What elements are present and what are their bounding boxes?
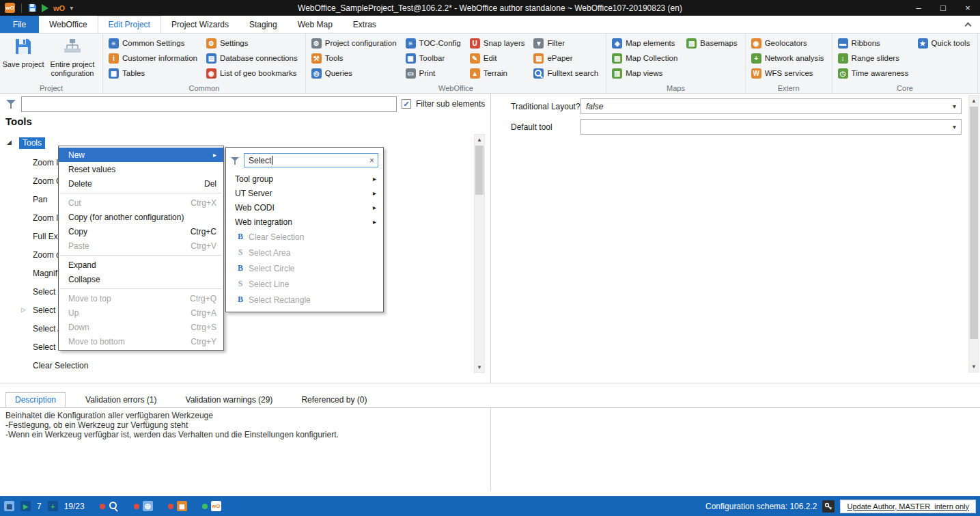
basemaps-button[interactable]: ▧Basemaps (683, 36, 742, 51)
toc-config-button[interactable]: ≡TOC-Config (402, 36, 466, 51)
tab-file[interactable]: File (0, 16, 39, 33)
submenu-item-web-integration[interactable]: Web integration▸ (226, 215, 383, 229)
status-weboffice-service[interactable]: wO (202, 501, 221, 511)
map-elements-button[interactable]: ◈Map elements (608, 36, 683, 51)
tools-button[interactable]: ⚒Tools (308, 51, 402, 66)
tables-button[interactable]: ▦Tables (105, 66, 203, 81)
weboffice-logo-icon[interactable]: wO (5, 3, 15, 13)
status-search-service[interactable] (100, 501, 119, 511)
geolocators-button[interactable]: ◉Geolocators (748, 36, 830, 51)
tab-edit-project[interactable]: Edit Project (98, 16, 161, 33)
time-awareness-button[interactable]: ◷Time awareness (835, 66, 914, 81)
tree-filter-input[interactable] (21, 96, 397, 112)
qat-dropdown-icon[interactable]: ▾ (70, 3, 73, 14)
snap-layers-button[interactable]: USnap layers (466, 36, 531, 51)
menu-item-copy-other-configuration[interactable]: Copy (for another configuration) (59, 210, 223, 224)
fulltext-search-button[interactable]: Fulltext search (530, 66, 604, 81)
tab-staging[interactable]: Staging (239, 16, 288, 33)
map-collection-button[interactable]: ▨Map Collection (608, 51, 683, 66)
scroll-up-icon[interactable]: ▲ (969, 96, 979, 106)
collapse-ribbon-button[interactable] (966, 16, 980, 33)
toolbar-button[interactable]: ▦Toolbar (402, 51, 466, 66)
terrain-button[interactable]: ▲Terrain (466, 66, 531, 81)
status-validation-icon[interactable]: + (48, 501, 58, 511)
status-app-icon[interactable]: ▤ (4, 501, 14, 511)
menu-item-delete[interactable]: DeleteDel (59, 176, 223, 191)
scroll-up-icon[interactable]: ▲ (475, 135, 484, 145)
tab-validation-warnings[interactable]: Validation warnings (29) (177, 392, 282, 407)
tree-expanded-icon[interactable]: ◢ (7, 139, 12, 146)
customer-information-button[interactable]: iCustomer information (105, 51, 203, 66)
status-web-service[interactable]: ⊕ (134, 501, 153, 511)
tab-extras[interactable]: Extras (343, 16, 387, 33)
properties-scrollbar[interactable]: ▲ ▼ (968, 95, 979, 372)
tab-weboffice[interactable]: WebOffice (39, 16, 98, 33)
menu-item-collapse[interactable]: Collapse (59, 272, 223, 286)
minimize-button[interactable]: – (906, 0, 931, 16)
menu-item-expand[interactable]: Expand (59, 258, 223, 272)
filter-button[interactable]: ▼Filter (530, 36, 604, 51)
tree-item[interactable]: Full Ext (33, 232, 60, 241)
tree-root-tools[interactable]: Tools (19, 137, 45, 149)
tab-project-wizards[interactable]: Project Wizards (161, 16, 239, 33)
project-configuration-button[interactable]: ⚙Project configuration (308, 36, 402, 51)
tree-item-clear-selection[interactable]: Clear Selection (33, 361, 88, 370)
tab-validation-errors[interactable]: Validation errors (1) (76, 392, 165, 407)
geo-bookmarks-button[interactable]: ◉List of geo bookmarks (203, 66, 303, 81)
queries-icon: ◎ (311, 68, 322, 79)
entire-project-configuration-button[interactable]: Entire project configuration (44, 35, 100, 83)
edit-button[interactable]: ✎Edit (466, 51, 531, 66)
submenu-item-web-codi[interactable]: Web CODI▸ (226, 200, 383, 215)
submenu-item-tool-group[interactable]: Tool group▸ (226, 172, 383, 186)
tree-item[interactable]: Pan (33, 195, 47, 204)
menu-item-reset-values[interactable]: Reset values (59, 162, 223, 176)
quick-tools-button[interactable]: ★Quick tools (914, 36, 976, 51)
tree-collapsed-icon[interactable]: ▷ (21, 306, 26, 313)
save-icon[interactable] (28, 3, 37, 14)
tab-web-map[interactable]: Web Map (288, 16, 343, 33)
scroll-down-icon[interactable]: ▼ (969, 362, 979, 372)
submenu-filter-input[interactable]: Select × (244, 153, 378, 167)
settings-button[interactable]: ⚙Settings (203, 36, 303, 51)
run-icon[interactable] (42, 3, 48, 14)
ribbons-button[interactable]: ▬Ribbons (835, 36, 914, 51)
print-button[interactable]: ▭Print (402, 66, 466, 81)
dropdown-arrow-icon[interactable]: ▾ (949, 100, 960, 113)
tree-item[interactable]: Magnif (33, 269, 57, 278)
scroll-down-icon[interactable]: ▼ (475, 362, 484, 372)
default-tool-select[interactable]: ▾ (580, 119, 962, 135)
menu-item-new[interactable]: New▸ (59, 148, 223, 162)
filter-sub-elements-checkbox[interactable]: ✓ (402, 99, 411, 109)
tab-referenced-by[interactable]: Referenced by (0) (292, 392, 376, 407)
key-icon[interactable] (822, 500, 835, 513)
submenu-item-ut-server[interactable]: UT Server▸ (226, 186, 383, 200)
menu-item-copy[interactable]: CopyCtrg+C (59, 224, 223, 239)
weboffice-icon[interactable]: wO (53, 3, 65, 14)
traditional-layout-select[interactable]: false ▾ (580, 98, 962, 114)
tree-item[interactable]: Zoom I (33, 213, 58, 223)
scrollbar-thumb[interactable] (970, 107, 978, 339)
scrollbar-thumb[interactable] (475, 146, 484, 195)
epaper-button[interactable]: ▤ePaper (530, 51, 604, 66)
clear-filter-icon[interactable]: × (369, 156, 374, 165)
close-button[interactable]: × (955, 0, 980, 16)
database-connections-button[interactable]: ▤Database connections (203, 51, 303, 66)
tree-item[interactable]: Zoom I (33, 158, 58, 167)
dropdown-arrow-icon[interactable]: ▾ (949, 120, 960, 133)
menu-shortcut: Ctrg+V (191, 241, 216, 251)
map-views-button[interactable]: ▥Map views (608, 66, 683, 81)
status-publish-icon[interactable]: ▶ (20, 501, 31, 511)
tree-scrollbar[interactable]: ▲ ▼ (474, 134, 485, 373)
queries-button[interactable]: ◎Queries (308, 66, 402, 81)
range-sliders-button[interactable]: ↕Range sliders (835, 51, 914, 66)
update-author-button[interactable]: Update Author, MASTER_intern only (840, 500, 976, 513)
save-project-button[interactable]: Save project (2, 35, 44, 83)
wfs-services-button[interactable]: WWFS services (748, 66, 830, 81)
tree-item[interactable]: Zoom c (33, 250, 60, 260)
group-label-extern: Extern (746, 84, 832, 92)
tab-description[interactable]: Description (5, 392, 66, 407)
status-package-service[interactable]: ▦ (168, 501, 187, 511)
common-settings-button[interactable]: ≡Common Settings (105, 36, 203, 51)
maximize-button[interactable]: □ (931, 0, 955, 16)
network-analysis-button[interactable]: +Network analysis (748, 51, 830, 66)
